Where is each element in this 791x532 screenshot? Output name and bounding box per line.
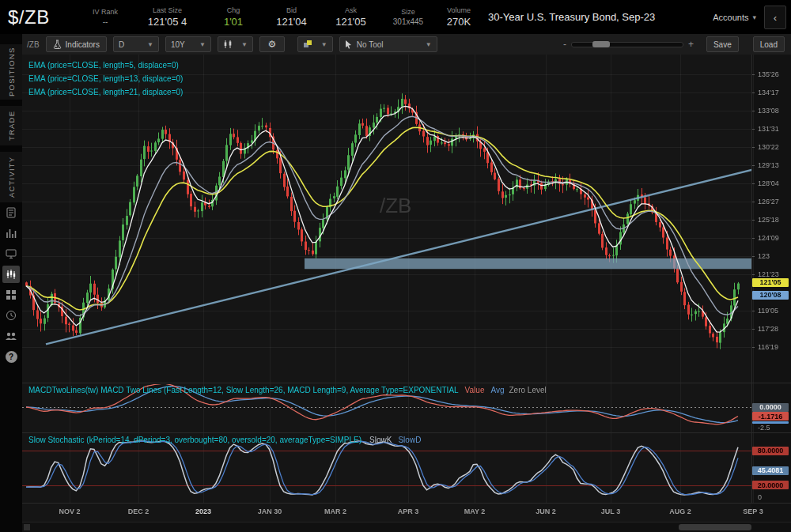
help-icon[interactable]: ? xyxy=(2,348,20,365)
quote-col-ask: Ask 121'05 xyxy=(321,0,380,34)
quote-col-lastsize: Last Size 121'05 4 xyxy=(130,0,205,34)
load-button[interactable]: Load xyxy=(753,36,785,52)
timeframe-select[interactable]: D▼ xyxy=(113,36,159,52)
chart-shell: /ZB Indicators D▼ 10Y▼ ▼ ⚙ ▼ xyxy=(22,34,791,532)
history-icon[interactable] xyxy=(2,307,20,324)
chevron-down-icon: ▼ xyxy=(199,41,206,48)
quote-col-chg: Chg 1'01 xyxy=(205,0,262,34)
save-button[interactable]: Save xyxy=(706,36,739,52)
chevron-down-icon: ▼ xyxy=(321,41,327,48)
platform-icon[interactable] xyxy=(2,245,20,262)
trading-app: $/ZB IV Rank -- Last Size 121'05 4 Chg 1… xyxy=(0,0,791,532)
chevron-down-icon: ▼ xyxy=(147,41,153,48)
chart-icon[interactable] xyxy=(2,266,20,283)
volume-value: 270K xyxy=(447,16,471,28)
quote-col-volume: Volume 270K xyxy=(436,0,482,34)
drawings-select[interactable]: ▼ xyxy=(297,36,333,52)
left-sidebar: POSITIONS TRADE ACTIVITY xyxy=(0,34,23,532)
chevron-down-icon: ▼ xyxy=(241,41,248,48)
cursor-icon xyxy=(345,40,352,49)
chart-canvas[interactable] xyxy=(22,55,791,522)
quote-col-bid: Bid 121'04 xyxy=(262,0,321,34)
scrollbar-left-stub[interactable] xyxy=(24,524,30,530)
tool-select[interactable]: No Tool ▼ xyxy=(339,36,437,52)
sidebar-tab-positions[interactable]: POSITIONS xyxy=(0,44,22,100)
sidebar-tab-trade[interactable]: TRADE xyxy=(0,106,22,145)
quote-col-ivrank: IV Rank -- xyxy=(81,0,130,34)
chevron-down-icon: ▼ xyxy=(426,41,432,48)
apps-grid-icon[interactable] xyxy=(2,286,20,304)
traders-icon[interactable] xyxy=(2,327,20,345)
chart-type-select[interactable]: ▼ xyxy=(218,36,253,52)
flask-icon xyxy=(53,40,62,49)
drawings-icon xyxy=(303,40,313,49)
zoom-out-button[interactable]: - xyxy=(558,39,571,50)
horizontal-scrollbar[interactable] xyxy=(22,522,791,532)
scrollbar-thumb[interactable] xyxy=(679,524,751,530)
ask-value: 121'05 xyxy=(335,16,366,28)
bid-value: 121'04 xyxy=(276,16,307,28)
sidebar-icon-rail: ? xyxy=(0,204,22,368)
change-value: 1'01 xyxy=(224,16,243,28)
toolbar-symbol-label: /ZB xyxy=(27,40,40,49)
toolbar-right-group: - + Save Load xyxy=(558,36,791,52)
candlestick-icon xyxy=(223,40,233,49)
chart-toolbar: /ZB Indicators D▼ 10Y▼ ▼ ⚙ ▼ xyxy=(22,34,791,55)
chart-settings-button[interactable]: ⚙ xyxy=(259,36,285,52)
volume-bars-icon[interactable] xyxy=(2,224,20,242)
indicators-button[interactable]: Indicators xyxy=(46,36,107,52)
quote-col-size: Size 301x445 xyxy=(380,0,436,34)
ivrank-value: -- xyxy=(103,17,108,26)
accounts-menu[interactable]: Accounts ▾ xyxy=(705,0,764,34)
range-select[interactable]: 10Y▼ xyxy=(165,36,211,52)
zoom-slider-thumb[interactable] xyxy=(592,41,610,47)
size-value: 301x445 xyxy=(393,17,423,26)
journal-icon[interactable] xyxy=(2,204,20,221)
symbol-title: $/ZB xyxy=(0,0,81,34)
collapse-panel-button[interactable]: ‹ xyxy=(764,6,786,29)
quote-header: $/ZB IV Rank -- Last Size 121'05 4 Chg 1… xyxy=(0,0,791,34)
zoom-in-button[interactable]: + xyxy=(683,39,698,50)
gear-icon: ⚙ xyxy=(267,39,276,50)
instrument-title: 30-Year U.S. Treasury Bond, Sep-23 xyxy=(482,0,705,34)
chart-region: EMA (price=CLOSE, length=5, displace=0) … xyxy=(22,55,791,522)
zoom-slider[interactable] xyxy=(571,42,683,47)
last-size-value: 121'05 4 xyxy=(148,16,187,28)
chevron-down-icon: ▾ xyxy=(752,13,756,21)
sidebar-tab-activity[interactable]: ACTIVITY xyxy=(0,152,22,202)
